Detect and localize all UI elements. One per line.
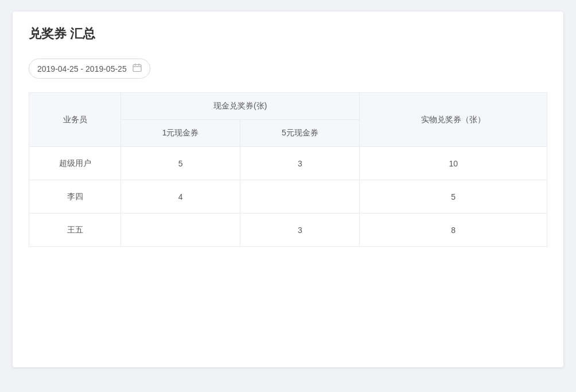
summary-table: 业务员 现金兑奖券(张) 实物兑奖券（张） 1元现金券 5元现金券 超级用户53…	[29, 92, 547, 247]
svg-rect-0	[133, 65, 141, 72]
header-cash-group: 现金兑奖券(张)	[121, 93, 360, 120]
header-physical-group: 实物兑奖券（张）	[360, 93, 547, 147]
table-row: 超级用户5310	[29, 147, 547, 180]
cell-lizhi: 10	[360, 147, 547, 180]
cell-cash-1: 4	[121, 180, 240, 214]
table-row: 王五38	[29, 214, 547, 247]
subheader-cash-1: 1元现金券	[121, 120, 240, 147]
cell-cash-1	[121, 214, 240, 247]
cell-cash-5: 3	[240, 147, 360, 180]
cell-lizhi: 5	[360, 180, 547, 214]
cell-salesperson: 王五	[29, 214, 121, 247]
calendar-icon	[133, 63, 142, 74]
cell-salesperson: 超级用户	[29, 147, 121, 180]
date-picker-wrapper: 2019-04-25 - 2019-05-25	[29, 59, 547, 79]
cell-cash-5	[240, 180, 360, 214]
page-title: 兑奖券 汇总	[29, 25, 547, 42]
date-picker[interactable]: 2019-04-25 - 2019-05-25	[29, 59, 150, 79]
date-picker-value: 2019-04-25 - 2019-05-25	[37, 64, 127, 73]
cell-salesperson: 李四	[29, 180, 121, 214]
cell-cash-1: 5	[121, 147, 240, 180]
table-row: 李四45	[29, 180, 547, 214]
header-salesperson: 业务员	[29, 93, 121, 147]
main-card: 兑奖券 汇总 2019-04-25 - 2019-05-25 业务员 现金兑奖券…	[13, 11, 563, 367]
cell-lizhi: 8	[360, 214, 547, 247]
subheader-cash-5: 5元现金券	[240, 120, 360, 147]
cell-cash-5: 3	[240, 214, 360, 247]
